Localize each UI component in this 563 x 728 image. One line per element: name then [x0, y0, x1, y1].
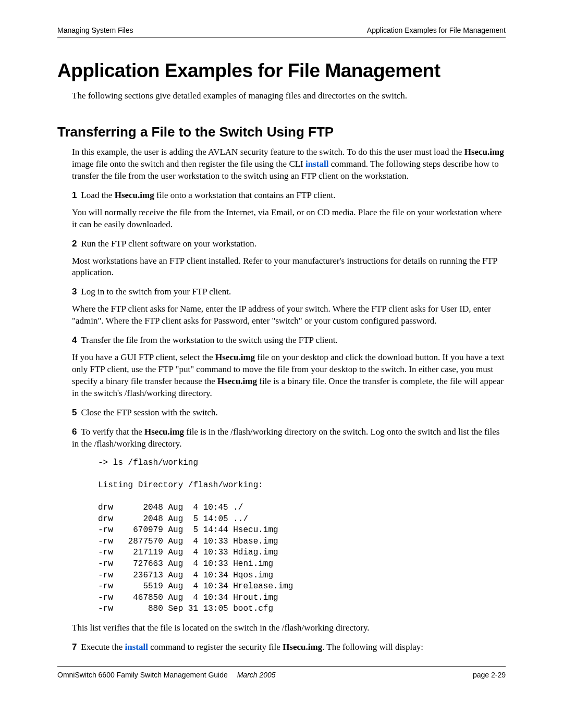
step-2: 2Run the FTP client software on your wor…: [72, 238, 506, 250]
step-7: 7Execute the install command to register…: [72, 641, 506, 653]
running-header: Managing System Files Application Exampl…: [57, 26, 506, 38]
filename: Hsecu.img: [144, 427, 184, 437]
command-link[interactable]: install: [125, 642, 148, 652]
step-number: 6: [72, 427, 77, 437]
footer-page: page 2-29: [473, 671, 506, 679]
header-left: Managing System Files: [57, 26, 133, 34]
text: Load the: [81, 190, 114, 200]
text: command to register the security file: [148, 642, 283, 652]
paragraph: You will normally receive the file from …: [72, 207, 506, 231]
step-3: 3Log in to the switch from your FTP clie…: [72, 286, 506, 298]
step-1: 1Load the Hsecu.img file onto a workstat…: [72, 190, 506, 202]
footer-left: OmniSwitch 6600 Family Switch Management…: [57, 671, 276, 679]
step-number: 4: [72, 335, 77, 345]
section-title: Transferring a File to the Switch Using …: [57, 124, 506, 140]
step-6: 6To verify that the Hsecu.img file is in…: [72, 426, 506, 450]
step-number: 1: [72, 190, 77, 200]
text: To verify that the: [81, 427, 144, 437]
footer-guide: OmniSwitch 6600 Family Switch Management…: [57, 671, 228, 679]
filename: Hsecu.img: [215, 352, 255, 362]
page-title: Application Examples for File Management: [57, 60, 506, 82]
command-link[interactable]: install: [305, 159, 328, 169]
step-number: 5: [72, 408, 77, 417]
paragraph: Where the FTP client asks for Name, ente…: [72, 303, 506, 327]
step-number: 3: [72, 287, 77, 297]
step-number: 2: [72, 239, 77, 249]
text: . The following will display:: [322, 642, 423, 652]
paragraph: This list verifies that the file is loca…: [72, 622, 506, 634]
text: Close the FTP session with the switch.: [81, 408, 217, 417]
paragraph: In this example, the user is adding the …: [72, 146, 506, 182]
text: image file onto the switch and then regi…: [72, 159, 305, 169]
step-5: 5Close the FTP session with the switch.: [72, 407, 506, 419]
text: Transfer the file from the workstation t…: [81, 335, 337, 345]
step-number: 7: [72, 642, 77, 652]
step-4: 4Transfer the file from the workstation …: [72, 335, 506, 347]
footer-date: March 2005: [237, 671, 276, 679]
text: In this example, the user is adding the …: [72, 147, 464, 157]
terminal-listing: -> ls /flash/working Listing Directory /…: [98, 458, 506, 615]
intro-paragraph: The following sections give detailed exa…: [72, 90, 506, 102]
filename: Hsecu.img: [464, 147, 504, 157]
paragraph: Most workstations have an FTP client ins…: [72, 255, 506, 279]
text: Run the FTP client software on your work…: [81, 239, 256, 249]
text: Execute the: [81, 642, 125, 652]
paragraph: If you have a GUI FTP client, select the…: [72, 352, 506, 400]
page: Managing System Files Application Exampl…: [0, 0, 563, 728]
text: If you have a GUI FTP client, select the: [72, 352, 215, 362]
text: Log in to the switch from your FTP clien…: [81, 287, 231, 297]
filename: Hsecu.img: [283, 642, 322, 652]
header-right: Application Examples for File Management: [367, 26, 506, 34]
filename: Hsecu.img: [115, 190, 154, 200]
running-footer: OmniSwitch 6600 Family Switch Management…: [57, 666, 506, 679]
filename: Hsecu.img: [217, 376, 257, 386]
text: file onto a workstation that contains an…: [154, 190, 336, 200]
body-block: In this example, the user is adding the …: [72, 146, 506, 653]
